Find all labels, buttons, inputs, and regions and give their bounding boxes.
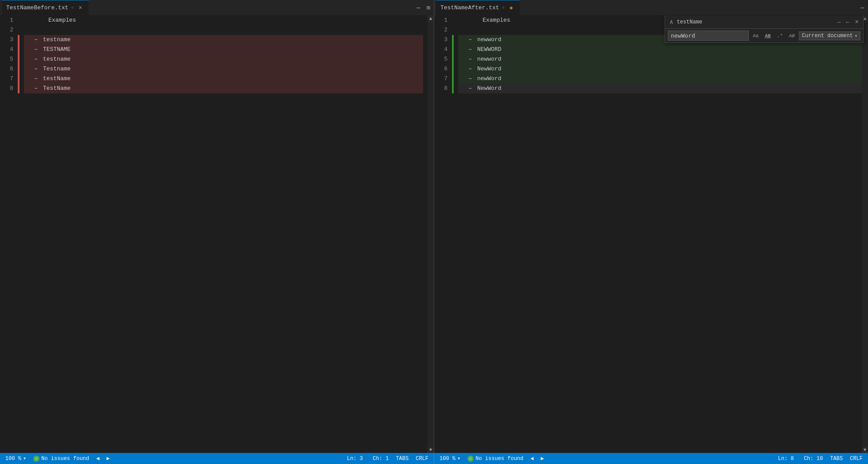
left-line-numbers: 1 2 3 4 5 6 7 8: [0, 15, 18, 453]
code-line-4: – TESTNAME: [24, 45, 423, 54]
right-tab-bar: TestNameAfter.txt ○ ● ⋯: [434, 0, 868, 15]
left-tab-close-icon[interactable]: ×: [76, 4, 84, 12]
code-line-2: [24, 25, 423, 35]
left-col-label: Ch: 1: [373, 456, 389, 462]
right-position-label: Ln: 8 Ch: 10: [776, 453, 825, 464]
find-input[interactable]: [668, 31, 749, 41]
right-nav-next-btn[interactable]: ▶: [539, 453, 546, 464]
right-zoom-btn[interactable]: 100 % ▾: [438, 453, 462, 464]
code-line-5: – testname: [24, 54, 423, 64]
right-code-line-4: – NEWWORD: [458, 45, 864, 54]
left-tab[interactable]: TestNameBefore.txt ○ ×: [2, 0, 89, 15]
right-issues-btn[interactable]: ✓ No issues found: [466, 453, 525, 464]
right-eol-label: CRLF: [850, 456, 863, 462]
find-widget: ∧ testName → ← × Aa AB .* AB Current doc…: [665, 15, 864, 43]
right-status-pane: 100 % ▾ ✓ No issues found ◀ ▶ Ln: 8 Ch: …: [434, 453, 868, 464]
right-zoom-label: 100 %: [440, 456, 455, 462]
status-bar: 100 % ▾ ✓ No issues found ◀ ▶ Ln: 3 Ch: …: [0, 453, 868, 464]
find-scope-arrow-icon: ▾: [855, 33, 857, 39]
left-zoom-arrow-icon: ▾: [23, 455, 26, 462]
left-nav-prev-btn[interactable]: ◀: [94, 453, 101, 464]
left-position-label: Ln: 3 Ch: 1: [345, 453, 390, 464]
right-eol-btn[interactable]: CRLF: [848, 453, 864, 464]
right-col-label: Ch: 10: [804, 456, 823, 462]
find-widget-header: ∧ testName → ← ×: [665, 15, 863, 29]
right-tab-modified-dot[interactable]: ●: [507, 4, 515, 12]
left-tab-pin-icon[interactable]: ○: [71, 5, 74, 10]
left-zoom-label: 100 %: [5, 456, 21, 462]
right-issues-icon: ✓: [467, 456, 474, 462]
left-eol-label: CRLF: [416, 456, 428, 462]
left-scrollbar[interactable]: ▲ ▼: [428, 15, 434, 453]
right-issues-label: No issues found: [475, 456, 523, 462]
right-nav-next-icon: ▶: [541, 455, 544, 462]
right-tab-more-btn[interactable]: ⋯: [859, 3, 866, 12]
left-scroll-up-btn[interactable]: ▲: [428, 15, 434, 22]
left-zoom-btn[interactable]: 100 % ▾: [4, 453, 28, 464]
right-code-line-5: – newword: [458, 54, 864, 64]
left-tab-bar: TestNameBefore.txt ○ × ⋯ ⊞: [0, 0, 434, 15]
right-code-area[interactable]: Examples – newword – NEWWORD – newword: [454, 15, 868, 453]
left-tab-title: TestNameBefore.txt: [6, 4, 68, 11]
left-editor-pane: TestNameBefore.txt ○ × ⋯ ⊞ 1 2 3 4 5 6 7…: [0, 0, 434, 453]
right-zoom-arrow-icon: ▾: [457, 455, 460, 462]
find-widget-collapse-btn[interactable]: ∧: [668, 17, 675, 27]
left-status-pane: 100 % ▾ ✓ No issues found ◀ ▶ Ln: 3 Ch: …: [0, 453, 434, 464]
right-encoding-btn[interactable]: TABS: [828, 453, 845, 464]
right-code-line-8: – NewWord: [458, 84, 864, 93]
left-tab-split-btn[interactable]: ⊞: [425, 3, 432, 12]
code-line-3: – testname: [24, 35, 423, 45]
right-tab-title: TestNameAfter.txt: [440, 4, 499, 11]
left-issues-label: No issues found: [41, 456, 89, 462]
left-encoding-btn[interactable]: TABS: [394, 453, 410, 464]
left-encoding-label: TABS: [396, 456, 409, 462]
right-code-line-6: – NewWord: [458, 64, 864, 74]
code-line-7: – testName: [24, 74, 423, 84]
right-line-numbers: 1 2 3 4 5 6 7 8: [434, 15, 452, 453]
find-scope-label: Current document: [802, 33, 853, 39]
left-ln-label: Ln: 3: [347, 456, 363, 462]
right-nav-prev-btn[interactable]: ◀: [529, 453, 535, 464]
right-encoding-label: TABS: [830, 456, 843, 462]
find-widget-title: testName: [677, 19, 833, 25]
left-tab-more-btn[interactable]: ⋯: [415, 3, 422, 12]
left-nav-next-icon: ▶: [107, 455, 110, 462]
code-line-6: – Testname: [24, 64, 423, 74]
left-code-area[interactable]: Examples – testname – TESTNAME – testnam…: [19, 15, 428, 453]
find-preserve-case-btn[interactable]: AB: [787, 32, 797, 40]
find-widget-backward-btn[interactable]: ←: [844, 18, 851, 27]
left-issues-btn[interactable]: ✓ No issues found: [31, 453, 91, 464]
find-row: Aa AB .* AB Current document ▾: [665, 29, 863, 43]
left-eol-btn[interactable]: CRLF: [414, 453, 430, 464]
find-regex-btn[interactable]: .*: [775, 32, 785, 40]
right-nav-prev-icon: ◀: [530, 455, 533, 462]
right-scrollbar[interactable]: ▲ ▼: [862, 15, 868, 453]
right-scroll-down-btn[interactable]: ▼: [862, 447, 868, 453]
left-nav-next-btn[interactable]: ▶: [105, 453, 112, 464]
find-whole-word-btn[interactable]: AB: [763, 32, 773, 40]
left-scroll-down-btn[interactable]: ▼: [428, 447, 434, 453]
find-scope-dropdown[interactable]: Current document ▾: [799, 31, 860, 40]
find-widget-forward-btn[interactable]: →: [835, 18, 842, 27]
right-tab-pin-icon[interactable]: ○: [502, 5, 505, 10]
right-editor-content: 1 2 3 4 5 6 7 8: [434, 15, 868, 453]
right-tab[interactable]: TestNameAfter.txt ○ ●: [436, 0, 520, 15]
code-line-8: – TestName: [24, 84, 423, 93]
right-code-line-7: – newWord: [458, 74, 864, 84]
right-ln-label: Ln: 8: [778, 456, 794, 462]
find-match-case-btn[interactable]: Aa: [751, 32, 761, 40]
find-widget-close-btn[interactable]: ×: [853, 18, 860, 27]
right-editor-pane: TestNameAfter.txt ○ ● ⋯ 1 2 3 4 5 6 7 8: [434, 0, 868, 453]
code-line-1: Examples: [24, 15, 423, 25]
left-issues-icon: ✓: [33, 456, 39, 462]
left-nav-prev-icon: ◀: [96, 455, 99, 462]
left-editor-content: 1 2 3 4 5 6 7 8: [0, 15, 434, 453]
